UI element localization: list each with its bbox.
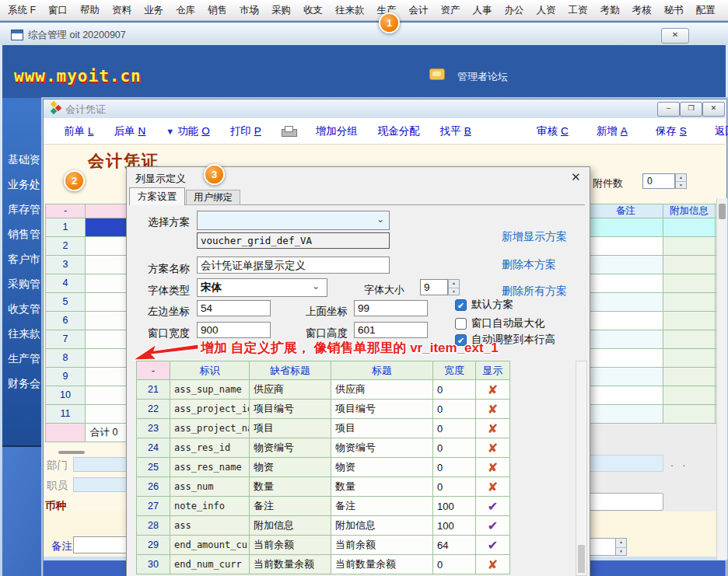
table-cell-show-flag[interactable]: ✘ [476, 438, 510, 458]
table-cell-title[interactable]: 物资编号 [331, 438, 433, 458]
chevron-down-icon[interactable]: ⌄ [376, 214, 384, 225]
table-cell-field-id[interactable]: ass [170, 516, 250, 536]
menu-item-8[interactable]: 市场 [233, 0, 265, 20]
table-cell-row-number[interactable]: 22 [137, 400, 170, 419]
admin-forum-link[interactable]: 管理者论坛 [457, 70, 508, 84]
table-cell-width[interactable]: 0 [433, 419, 476, 438]
menu-item-20[interactable]: 考核 [626, 0, 658, 20]
toolbar-button-right-3[interactable]: 保存S [656, 124, 687, 138]
table-cell-title[interactable]: 当前数量余额 [331, 555, 433, 574]
window-width-input[interactable]: 900 [197, 322, 271, 338]
table-cell-show-flag[interactable]: ✔ [476, 536, 510, 555]
menu-item-4[interactable]: 资料 [106, 0, 138, 20]
splitter-handle[interactable] [58, 451, 85, 454]
voucher-maximize-icon[interactable]: ❒ [680, 102, 702, 117]
font-size-input[interactable]: 9 [420, 279, 448, 295]
table-cell-width[interactable]: 100 [433, 497, 476, 516]
table-cell-field-id[interactable]: ass_res_id [170, 438, 250, 458]
toolbar-button-left-8[interactable]: 找平B [440, 124, 471, 138]
note-input[interactable] [73, 536, 127, 553]
table-cell-row-number[interactable]: 30 [137, 555, 170, 574]
table-cell-title[interactable]: 数量 [331, 477, 433, 497]
scrollbar-thumb[interactable] [719, 204, 726, 219]
scheme-select[interactable]: ⌄ [197, 211, 390, 230]
table-cell-show-flag[interactable]: ✘ [476, 555, 510, 574]
menu-item-5[interactable]: 业务 [138, 0, 170, 20]
table-header-3[interactable]: 缺省标题 [250, 361, 331, 380]
right-spinner-input[interactable] [588, 538, 616, 556]
table-header-4[interactable]: 标题 [331, 361, 433, 380]
toolbar-button-right-1[interactable]: 审核C [537, 124, 569, 138]
attach-count-stepper[interactable]: ▲▼ [675, 173, 687, 189]
voucher-minimize-icon[interactable]: – [657, 102, 680, 117]
table-cell-title[interactable]: 备注 [331, 497, 433, 516]
menu-item-15[interactable]: 人事 [467, 0, 499, 20]
tab-scheme-settings[interactable]: 方案设置 [129, 187, 185, 205]
spin-up-icon[interactable]: ▲ [449, 280, 459, 288]
table-cell-row-number[interactable]: 29 [137, 536, 170, 555]
table-cell-title[interactable]: 物资 [331, 458, 433, 477]
menu-item-1[interactable]: 系统 F [2, 0, 42, 20]
window-height-input[interactable]: 601 [354, 322, 428, 338]
table-cell-width[interactable]: 64 [433, 536, 476, 555]
table-header-5[interactable]: 宽度 [433, 361, 476, 380]
voucher-vertical-scrollbar[interactable] [716, 198, 727, 560]
dialog-table-scrollbar[interactable] [576, 361, 587, 576]
left-coord-input[interactable]: 54 [197, 300, 271, 316]
menu-item-3[interactable]: 帮助 [74, 0, 106, 20]
sidebar-item-1[interactable]: 基础资 [8, 153, 40, 167]
table-cell-default-title[interactable]: 附加信息 [250, 516, 331, 536]
toolbar-button-left-6[interactable]: 增加分组 [316, 124, 358, 138]
dialog-close-icon[interactable]: ✕ [571, 170, 581, 184]
spin-down-icon[interactable]: ▼ [616, 548, 626, 557]
toolbar-button-left-4[interactable]: 打印P [230, 124, 261, 138]
menu-item-18[interactable]: 工资 [562, 0, 594, 20]
main-window-close-icon[interactable]: ✕ [661, 28, 689, 44]
table-cell-show-flag[interactable]: ✘ [476, 419, 510, 438]
table-cell-field-id[interactable]: ass_project_id [170, 400, 250, 419]
table-cell-default-title[interactable]: 数量 [250, 477, 331, 497]
menu-item-6[interactable]: 仓库 [170, 0, 201, 20]
menu-item-19[interactable]: 考勤 [594, 0, 626, 20]
table-cell-row-number[interactable]: 21 [137, 380, 170, 400]
table-cell-show-flag[interactable]: ✘ [476, 458, 510, 477]
toolbar-button-left-1[interactable]: 前单L [64, 124, 94, 138]
menu-item-7[interactable]: 销售 [201, 0, 233, 20]
voucher-close-icon[interactable]: ✕ [702, 102, 725, 117]
table-cell-width[interactable]: 0 [433, 400, 476, 419]
sidebar-item-2[interactable]: 业务处 [8, 178, 40, 192]
toolbar-button-right-2[interactable]: 新增A [597, 124, 628, 138]
table-cell-title[interactable]: 项目 [331, 419, 433, 438]
checkbox-2[interactable]: 窗口自动最大化 [455, 316, 545, 330]
table-cell-title[interactable]: 当前余额 [331, 536, 433, 555]
sidebar-item-10[interactable]: 财务会 [8, 377, 40, 391]
spin-down-icon[interactable]: ▼ [449, 288, 459, 296]
toolbar-button-right-4[interactable]: 返回R [715, 124, 728, 138]
table-cell-default-title[interactable]: 备注 [250, 497, 331, 516]
table-cell-show-flag[interactable]: ✔ [476, 497, 510, 516]
table-cell-show-flag[interactable]: ✘ [476, 477, 510, 497]
scheme-name-input[interactable]: 会计凭证单据显示定义 [197, 257, 390, 274]
table-cell-default-title[interactable]: 供应商 [250, 380, 331, 400]
table-cell-title[interactable]: 供应商 [331, 380, 433, 400]
table-cell-default-title[interactable]: 物资编号 [250, 438, 331, 458]
sidebar-item-8[interactable]: 往来款 [8, 327, 40, 341]
printer-icon[interactable] [282, 126, 296, 136]
table-cell-row-number[interactable]: 28 [137, 516, 170, 536]
scrollbar-thumb[interactable] [578, 545, 585, 573]
menu-item-22[interactable]: 配置 [690, 0, 722, 20]
checkbox-1[interactable]: ✔默认方案 [455, 298, 513, 312]
right-white-input[interactable] [588, 493, 663, 511]
spin-up-icon[interactable]: ▲ [616, 539, 626, 548]
menu-item-9[interactable]: 采购 [265, 0, 297, 20]
font-size-stepper[interactable]: ▲▼ [448, 279, 460, 295]
table-cell-show-flag[interactable]: ✔ [476, 516, 510, 536]
menu-item-14[interactable]: 资产 [435, 0, 467, 20]
scheme-code-field[interactable]: voucher_grid_def_VA [197, 232, 390, 249]
attach-count-input[interactable]: 0 [642, 173, 675, 189]
table-cell-default-title[interactable]: 当前数量余额 [250, 555, 331, 574]
table-cell-default-title[interactable]: 项目编号 [250, 400, 331, 419]
toolbar-button-left-7[interactable]: 现金分配 [378, 124, 420, 138]
sidebar-item-6[interactable]: 采购管 [8, 278, 40, 291]
dialog-link-1[interactable]: 新增显示方案 [502, 230, 567, 244]
